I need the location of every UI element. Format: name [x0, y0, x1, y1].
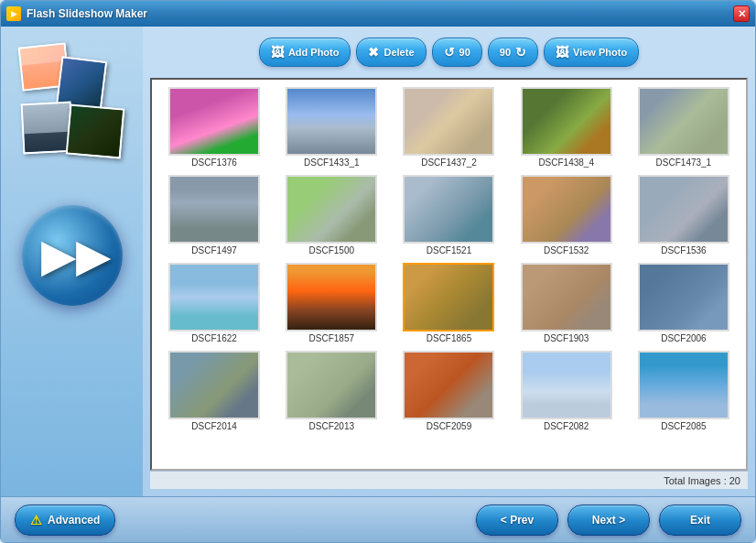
thumbnail-image [405, 265, 492, 330]
thumbnail-image [523, 177, 610, 242]
grid-item[interactable]: DSCF2014 [156, 347, 273, 435]
play-icon: ▶▶ [41, 229, 111, 282]
thumbnail-label: DSCF1536 [661, 245, 706, 255]
thumbnail-image [287, 177, 375, 242]
thumbnail-wrapper [638, 87, 729, 156]
thumbnail-label: DSCF2013 [309, 421, 354, 431]
thumbnail-wrapper [168, 87, 260, 156]
view-photo-button[interactable]: 🖼 View Photo [544, 38, 639, 67]
thumbnail-wrapper [403, 175, 494, 244]
thumbnail-image [170, 353, 258, 418]
thumbnail-image [640, 177, 728, 242]
grid-item[interactable]: DSCF2006 [625, 259, 742, 347]
sidebar: ▶▶ [1, 27, 143, 496]
grid-item[interactable]: DSCF1521 [390, 171, 507, 259]
thumbnail-label: DSCF1903 [544, 333, 589, 343]
thumbnail-image [523, 89, 610, 154]
content-area: 🖼 Add Photo ✖ Delete ↺ 90 90 ↻ 🖼 Vie [143, 27, 755, 496]
thumbnail-label: DSCF1500 [309, 245, 354, 255]
close-button[interactable]: ✕ [733, 5, 750, 22]
thumbnail-label: DSCF1473_1 [656, 157, 712, 168]
rotate-left-icon: ↺ [444, 45, 455, 60]
rotate-left-button[interactable]: ↺ 90 [432, 38, 482, 67]
sidebar-photo-panda [65, 103, 124, 158]
delete-button[interactable]: ✖ Delete [356, 38, 426, 67]
grid-item[interactable]: DSCF1865 [390, 259, 507, 347]
grid-item[interactable]: DSCF1433_1 [273, 83, 390, 171]
thumbnail-wrapper [638, 175, 729, 244]
thumbnail-wrapper [168, 263, 260, 331]
thumbnail-wrapper [403, 351, 494, 419]
grid-item[interactable]: DSCF1500 [273, 171, 390, 259]
app-logo: ▶▶ [22, 205, 123, 306]
photo-grid: DSCF1376DSCF1433_1DSCF1437_2DSCF1438_4DS… [152, 80, 746, 439]
thumbnail-image [287, 89, 375, 154]
thumbnail-label: DSCF1437_2 [421, 157, 477, 168]
thumbnail-image [405, 89, 492, 154]
grid-item[interactable]: DSCF2085 [625, 347, 742, 435]
grid-item[interactable]: DSCF1473_1 [625, 83, 742, 171]
thumbnail-wrapper [521, 351, 612, 419]
nav-buttons: < Prev Next > Exit [476, 505, 741, 536]
thumbnail-image [405, 177, 492, 242]
thumbnail-wrapper [403, 263, 494, 331]
add-photo-icon: 🖼 [271, 45, 284, 60]
thumbnail-label: DSCF1433_1 [304, 157, 360, 168]
grid-item[interactable]: DSCF2082 [508, 347, 625, 435]
thumbnail-wrapper [168, 175, 260, 244]
thumbnail-wrapper [286, 175, 377, 244]
grid-item[interactable]: DSCF1532 [508, 171, 625, 259]
grid-item[interactable]: DSCF1376 [156, 83, 273, 171]
grid-item[interactable]: DSCF2013 [273, 347, 390, 435]
thumbnail-wrapper [168, 351, 260, 419]
thumbnail-label: DSCF1622 [191, 333, 236, 343]
grid-item[interactable]: DSCF1536 [625, 171, 742, 259]
thumbnail-wrapper [403, 87, 494, 156]
thumbnail-label: DSCF2014 [191, 421, 236, 431]
thumbnail-wrapper [286, 87, 377, 156]
thumbnail-label: DSCF1857 [309, 333, 354, 343]
thumbnail-wrapper [521, 87, 612, 156]
total-images-label: Total Images : 20 [664, 475, 740, 486]
thumbnail-wrapper [286, 351, 377, 419]
thumbnail-image [170, 265, 258, 330]
grid-item[interactable]: DSCF1437_2 [390, 83, 507, 171]
thumbnail-image [287, 265, 375, 330]
grid-item[interactable]: DSCF1857 [273, 259, 390, 347]
thumbnail-label: DSCF1376 [191, 157, 236, 168]
grid-item[interactable]: DSCF1497 [156, 171, 273, 259]
thumbnail-label: DSCF2082 [544, 421, 589, 431]
sidebar-photo-yoga [20, 102, 73, 155]
thumbnail-image [170, 89, 258, 154]
rotate-right-button[interactable]: 90 ↻ [488, 38, 538, 67]
main-window: ▶ Flash Slideshow Maker ✕ [0, 0, 756, 543]
warning-icon: ⚠ [30, 513, 42, 527]
thumbnail-image [170, 177, 258, 242]
exit-button[interactable]: Exit [659, 505, 741, 536]
thumbnail-image [405, 353, 492, 418]
grid-item[interactable]: DSCF2059 [390, 347, 507, 435]
title-bar: ▶ Flash Slideshow Maker ✕ [1, 1, 755, 27]
grid-item[interactable]: DSCF1622 [156, 259, 273, 347]
thumbnail-image [640, 353, 728, 418]
main-area: ▶▶ 🖼 Add Photo ✖ Delete ↺ 90 [1, 27, 755, 496]
thumbnail-label: DSCF1865 [427, 333, 471, 343]
thumbnail-label: DSCF1532 [544, 245, 589, 255]
advanced-button[interactable]: ⚠ Advanced [15, 505, 115, 536]
grid-item[interactable]: DSCF1903 [508, 259, 625, 347]
thumbnail-wrapper [521, 263, 612, 331]
grid-item[interactable]: DSCF1438_4 [508, 83, 625, 171]
window-title: Flash Slideshow Maker [27, 7, 733, 20]
toolbar: 🖼 Add Photo ✖ Delete ↺ 90 90 ↻ 🖼 Vie [150, 34, 748, 71]
thumbnail-wrapper [638, 263, 729, 331]
thumbnail-label: DSCF1438_4 [538, 157, 594, 168]
prev-button[interactable]: < Prev [476, 505, 558, 536]
photo-grid-container[interactable]: DSCF1376DSCF1433_1DSCF1437_2DSCF1438_4DS… [150, 78, 748, 471]
thumbnail-wrapper [638, 351, 729, 419]
next-button[interactable]: Next > [567, 505, 650, 536]
thumbnail-wrapper [521, 175, 612, 244]
app-icon: ▶ [6, 6, 21, 21]
thumbnail-wrapper [286, 263, 377, 331]
thumbnail-image [523, 265, 610, 330]
add-photo-button[interactable]: 🖼 Add Photo [259, 38, 351, 67]
